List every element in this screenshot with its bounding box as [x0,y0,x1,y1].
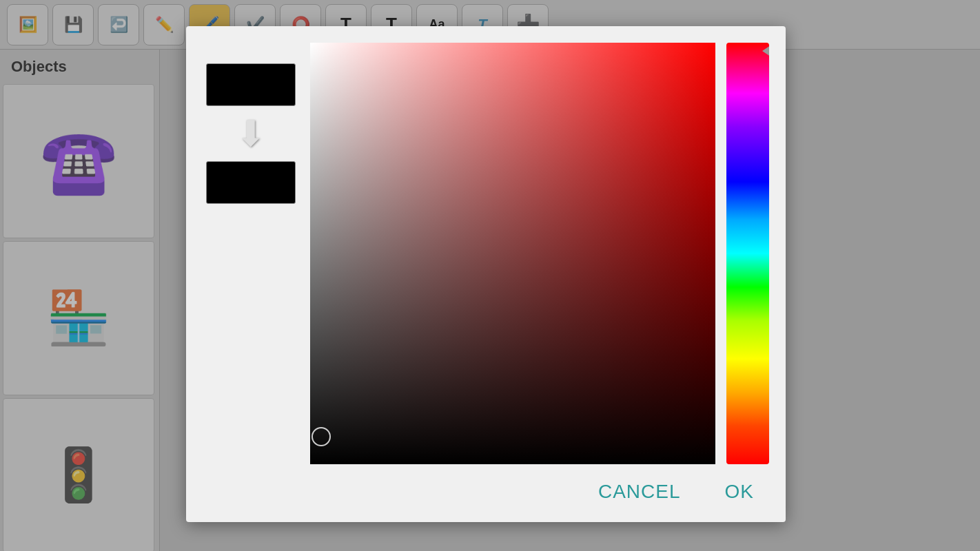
hue-slider-bar [726,43,769,464]
color-picker-dialog: ⬇ CANCEL OK [186,26,786,522]
gradient-picker[interactable] [310,43,715,464]
cancel-button[interactable]: CANCEL [590,475,689,508]
gradient-bg [310,43,715,464]
arrow-down-icon: ⬇ [236,116,266,152]
swatches-panel: ⬇ [203,43,299,464]
dialog-buttons: CANCEL OK [203,464,769,508]
picker-cursor [312,427,331,446]
ok-button[interactable]: OK [717,475,762,508]
color-picker-area: ⬇ [203,43,769,464]
to-color-swatch[interactable] [206,161,296,204]
from-color-swatch[interactable] [206,63,296,106]
hue-slider[interactable] [726,43,769,464]
